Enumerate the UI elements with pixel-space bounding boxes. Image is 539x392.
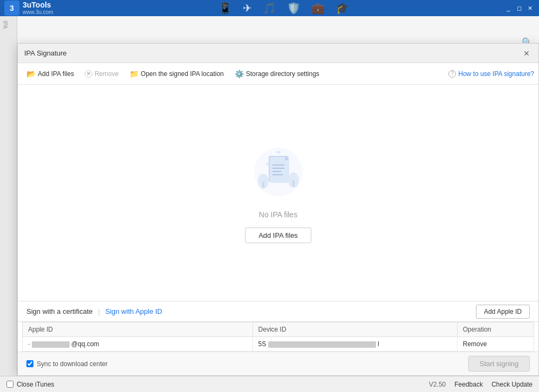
- app-url: www.3u.com: [23, 9, 53, 15]
- window-controls: ⎯ ◻ ✕: [503, 3, 535, 13]
- svg-rect-2: [262, 181, 264, 188]
- close-app-button[interactable]: ✕: [525, 3, 535, 13]
- apple-id-table-container: Apple ID Device ID Operation · @qq.com: [18, 322, 538, 352]
- nav-music-icon[interactable]: 🎵: [263, 2, 276, 15]
- apple-id-table: Apple ID Device ID Operation · @qq.com: [22, 322, 534, 352]
- sign-apple-id-tab[interactable]: Sign with Apple ID: [105, 303, 162, 320]
- sync-checkbox[interactable]: [26, 360, 33, 367]
- apple-id-blurred: [32, 341, 70, 348]
- feedback-link[interactable]: Feedback: [454, 381, 483, 388]
- modal-close-button[interactable]: ✕: [521, 48, 532, 59]
- app-name: 3uTools: [23, 1, 53, 9]
- close-itunes-label[interactable]: Close iTunes: [6, 381, 54, 388]
- empty-message: No IPA files: [259, 210, 297, 219]
- svg-rect-4: [292, 180, 295, 187]
- nav-tools-icon[interactable]: 💼: [311, 2, 325, 15]
- minimize-button[interactable]: ⎯: [503, 3, 513, 13]
- empty-state: No IPA files Add IPA files: [245, 142, 311, 243]
- app-bottom-bar: Close iTunes V2.50 Feedback Check Update: [0, 376, 539, 392]
- device-id-blurred: [268, 341, 376, 348]
- sign-certificate-tab[interactable]: Sign with a certificate: [26, 303, 93, 320]
- remove-button[interactable]: ✕ Remove: [80, 68, 123, 80]
- svg-rect-11: [270, 157, 289, 183]
- modal-titlebar: IPA Signature ✕: [18, 44, 538, 63]
- sign-tabs: Sign with a certificate | Sign with Appl…: [18, 301, 538, 322]
- add-ipa-center-button[interactable]: Add IPA files: [245, 228, 311, 243]
- remove-row-button[interactable]: Remove: [463, 340, 487, 348]
- tab-separator: |: [98, 307, 100, 315]
- device-id-suffix: l: [378, 340, 379, 348]
- col-device-id: Device ID: [253, 322, 457, 337]
- app-info: 3uTools www.3u.com: [23, 1, 53, 15]
- open-signed-button[interactable]: 📁 Open the signed IPA location: [125, 67, 228, 80]
- operation-cell: Remove: [457, 337, 534, 352]
- app-brand: 3 3uTools www.3u.com: [4, 1, 53, 16]
- apple-id-suffix: @qq.com: [71, 340, 99, 348]
- app-logo: 3: [4, 1, 19, 16]
- help-icon: ?: [448, 70, 456, 78]
- bottom-section: Sign with a certificate | Sign with Appl…: [18, 301, 538, 375]
- main-area: IPA 🔍 IPA Signature ✕ 📂 Add IPA files ✕ …: [0, 16, 539, 376]
- nav-phone-icon[interactable]: 📱: [219, 2, 232, 15]
- add-apple-id-button[interactable]: Add Apple ID: [476, 305, 530, 319]
- maximize-button[interactable]: ◻: [514, 3, 524, 13]
- modal-title: IPA Signature: [24, 49, 67, 57]
- svg-rect-12: [285, 157, 288, 160]
- version-text: V2.50: [429, 381, 446, 388]
- apple-id-cell: · @qq.com: [23, 337, 253, 352]
- col-operation: Operation: [457, 322, 534, 337]
- device-id-cell: 5S l: [253, 337, 457, 352]
- start-signing-button[interactable]: Start signing: [468, 356, 530, 372]
- remove-icon: ✕: [85, 70, 92, 78]
- ipa-signature-modal: IPA Signature ✕ 📂 Add IPA files ✕ Remove…: [17, 43, 539, 376]
- storage-settings-button[interactable]: ⚙️ Storage directory settings: [230, 67, 324, 80]
- table-row: · @qq.com 5S l Remove: [23, 337, 534, 352]
- content-area: No IPA files Add IPA files: [18, 85, 538, 301]
- close-itunes-checkbox[interactable]: [6, 381, 13, 388]
- add-ipa-button[interactable]: 📂 Add IPA files: [22, 67, 78, 80]
- nav-icons: 📱 ✈ 🎵 🛡️ 💼 🎓: [53, 2, 503, 15]
- close-itunes-text: Close iTunes: [17, 381, 54, 388]
- sync-checkbox-label[interactable]: Sync to download center: [26, 360, 107, 368]
- nav-apps-icon[interactable]: ✈: [243, 2, 252, 15]
- modal-footer: Sync to download center Start signing: [18, 352, 538, 375]
- help-button[interactable]: ? How to use IPA signature?: [448, 70, 534, 78]
- title-bar: 3 3uTools www.3u.com 📱 ✈ 🎵 🛡️ 💼 🎓 ⎯ ◻ ✕: [0, 0, 539, 16]
- gear-icon: ⚙️: [235, 70, 244, 78]
- sync-label: Sync to download center: [37, 360, 107, 368]
- folder-icon: 📁: [129, 70, 139, 78]
- device-id-prefix: 5S: [258, 340, 267, 348]
- col-apple-id: Apple ID: [23, 322, 253, 337]
- apple-id-prefix: ·: [28, 340, 30, 348]
- check-update-link[interactable]: Check Update: [492, 381, 533, 388]
- nav-security-icon[interactable]: 🛡️: [287, 2, 301, 15]
- nav-learn-icon[interactable]: 🎓: [336, 2, 349, 15]
- empty-illustration: [251, 142, 305, 202]
- modal-toolbar: 📂 Add IPA files ✕ Remove 📁 Open the sign…: [18, 63, 538, 85]
- add-ipa-icon: 📂: [26, 70, 36, 78]
- sidebar-label: IPA: [0, 16, 10, 33]
- sidebar: IPA: [0, 16, 17, 376]
